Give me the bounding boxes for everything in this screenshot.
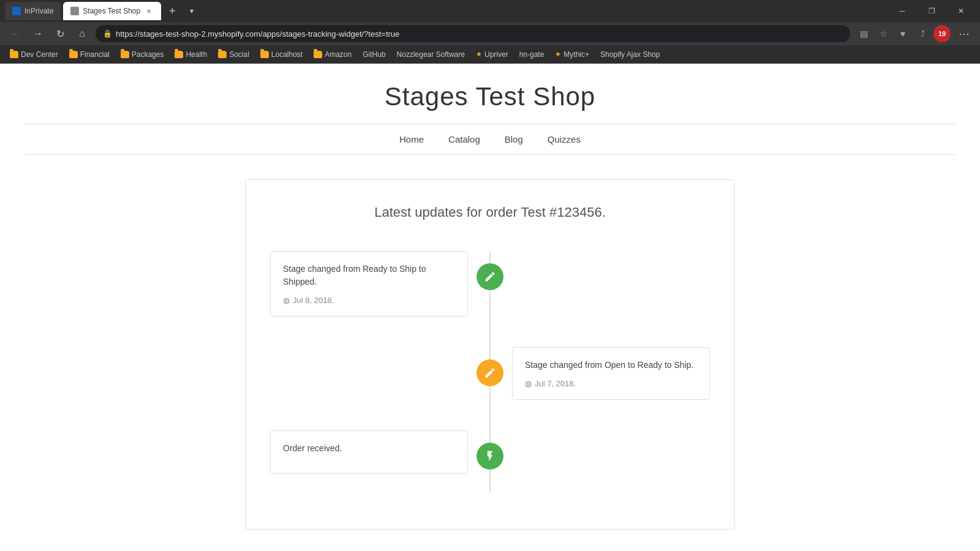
page-content: Stages Test Shop Home Catalog Blog Quizz… — [0, 64, 980, 551]
forward-button[interactable]: → — [29, 25, 47, 42]
folder-icon — [69, 51, 78, 58]
timeline-icon-2 — [477, 359, 503, 386]
pencil-icon — [484, 271, 496, 283]
bookmark-mythic[interactable]: ★ Mythic+ — [550, 48, 594, 61]
site-nav: Home Catalog Blog Quizzes — [0, 124, 980, 154]
address-bar: ← → ↻ ⌂ 🔒 https://stages-test-shop-2.mys… — [0, 22, 980, 45]
date-text-2: Jul 7, 2018. — [535, 379, 576, 388]
browser-window: InPrivate Stages Test Shop ✕ + ▾ ─ ❐ ✕ ←… — [0, 0, 980, 551]
pencil-icon-2 — [484, 367, 496, 379]
bookmark-localhost[interactable]: Localhost — [255, 48, 307, 61]
close-tab-button[interactable]: ✕ — [144, 6, 154, 16]
bookmark-upriver[interactable]: ★ Upriver — [471, 48, 513, 61]
card-date-2: ◍ Jul 7, 2018. — [525, 379, 697, 388]
folder-icon — [260, 51, 269, 58]
bookmark-social[interactable]: Social — [213, 48, 254, 61]
bookmark-amazon[interactable]: Amazon — [309, 48, 356, 61]
bolt-icon — [484, 450, 496, 462]
timeline-icon-1 — [477, 263, 503, 290]
timeline: Stage changed from Ready to Ship to Ship… — [270, 251, 710, 492]
browser-menu-button[interactable]: ⋯ — [956, 25, 973, 42]
lock-icon: 🔒 — [103, 29, 112, 38]
star-icon: ★ — [555, 50, 561, 58]
bookmark-health[interactable]: Health — [170, 48, 212, 61]
card-text-2: Stage changed from Open to Ready to Ship… — [525, 359, 697, 372]
profile-badge: 19 — [933, 25, 951, 42]
favorites-icon[interactable]: ☆ — [875, 25, 892, 42]
bookmark-nozzlegear[interactable]: Nozzlegear Software — [392, 48, 470, 61]
folder-icon — [218, 51, 227, 58]
tab-favicon-stages — [70, 7, 79, 15]
bookmarks-bar: Dev Center Financial Packages Health Soc… — [0, 45, 980, 64]
tab-inprivate[interactable]: InPrivate — [5, 2, 61, 20]
profile-icon[interactable]: 19 — [933, 25, 951, 42]
folder-icon — [314, 51, 322, 58]
address-text: https://stages-test-shop-2.myshopify.com… — [116, 29, 843, 39]
new-tab-button[interactable]: + — [164, 2, 181, 20]
nav-quizzes[interactable]: Quizzes — [548, 134, 581, 144]
bookmark-hn-gate[interactable]: hn-gate — [514, 48, 549, 61]
reading-list-icon[interactable]: ♥ — [894, 25, 911, 42]
timeline-item-3: Order received. — [270, 430, 710, 474]
header-divider-bottom — [24, 154, 956, 155]
card-date-1: ◍ Jul 8, 2018. — [283, 296, 455, 305]
card-text-3: Order received. — [283, 442, 455, 455]
nav-home[interactable]: Home — [399, 134, 424, 144]
bookmark-packages[interactable]: Packages — [116, 48, 169, 61]
timeline-item-2: Stage changed from Open to Ready to Ship… — [270, 347, 710, 400]
bookmark-dev-center[interactable]: Dev Center — [5, 48, 63, 61]
reader-view-icon[interactable]: ▤ — [855, 25, 872, 42]
home-button[interactable]: ⌂ — [74, 25, 91, 42]
tab-label-inprivate: InPrivate — [24, 7, 53, 15]
bookmark-financial[interactable]: Financial — [64, 48, 115, 61]
folder-icon — [175, 51, 183, 58]
bookmark-github[interactable]: GitHub — [358, 48, 390, 61]
folder-icon — [10, 51, 18, 58]
maximize-button[interactable]: ❐ — [918, 0, 946, 22]
clock-icon-1: ◍ — [283, 296, 290, 305]
card-text-1: Stage changed from Ready to Ship to Ship… — [283, 263, 455, 288]
site-header: Stages Test Shop Home Catalog Blog Quizz… — [0, 64, 980, 155]
tab-favicon-inprivate — [12, 7, 21, 15]
back-button[interactable]: ← — [7, 25, 24, 42]
tab-label-stages: Stages Test Shop — [83, 7, 140, 15]
timeline-card-3: Order received. — [270, 430, 468, 474]
folder-icon — [121, 51, 129, 58]
site-title: Stages Test Shop — [0, 82, 980, 111]
timeline-card-2: Stage changed from Open to Ready to Ship… — [512, 347, 710, 400]
address-input-wrap[interactable]: 🔒 https://stages-test-shop-2.myshopify.c… — [96, 25, 850, 42]
clock-icon-2: ◍ — [525, 379, 532, 388]
timeline-card-1: Stage changed from Ready to Ship to Ship… — [270, 251, 468, 317]
star-icon: ★ — [476, 50, 482, 58]
window-controls: ─ ❐ ✕ — [888, 0, 975, 22]
browser-titlebar: InPrivate Stages Test Shop ✕ + ▾ ─ ❐ ✕ — [0, 0, 980, 22]
nav-catalog[interactable]: Catalog — [448, 134, 480, 144]
close-window-button[interactable]: ✕ — [947, 0, 975, 22]
tab-list-button[interactable]: ▾ — [183, 2, 200, 20]
bookmark-shopify-ajax[interactable]: Shopify Ajax Shop — [595, 48, 665, 61]
timeline-icon-3 — [477, 443, 503, 470]
tracking-widget: Latest updates for order Test #123456. S… — [245, 179, 735, 530]
widget-title: Latest updates for order Test #123456. — [270, 204, 710, 220]
nav-blog[interactable]: Blog — [505, 134, 523, 144]
tab-stages[interactable]: Stages Test Shop ✕ — [63, 2, 161, 20]
share-icon[interactable]: ⤴ — [914, 25, 931, 42]
timeline-item-1: Stage changed from Ready to Ship to Ship… — [270, 251, 710, 317]
address-right-icons: ▤ ☆ ♥ ⤴ 19 — [855, 25, 951, 42]
date-text-1: Jul 8, 2018. — [293, 296, 334, 305]
minimize-button[interactable]: ─ — [888, 0, 916, 22]
refresh-button[interactable]: ↻ — [51, 25, 69, 42]
